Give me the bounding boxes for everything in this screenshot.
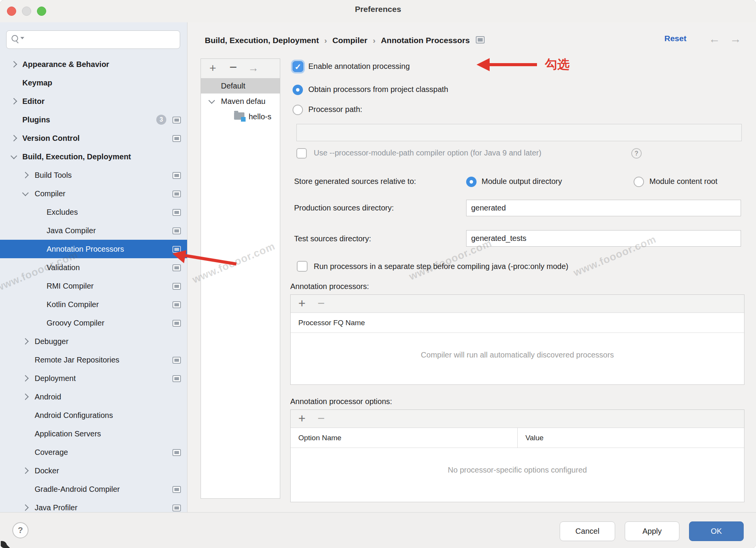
processor-module-path-checkbox[interactable] (296, 148, 307, 159)
run-separate-step-checkbox[interactable] (297, 261, 308, 272)
sidebar-item-excludes[interactable]: Excludes (0, 203, 187, 221)
remove-processor-button[interactable]: − (318, 296, 325, 311)
sidebar-item-label: Debugger (35, 332, 69, 351)
sidebar-item-label: Version Control (22, 129, 80, 147)
sidebar-item-plugins[interactable]: Plugins3 (0, 110, 187, 129)
sidebar-item-version-control[interactable]: Version Control (0, 129, 187, 147)
chevron-right-icon[interactable] (11, 61, 17, 68)
add-processor-button[interactable]: + (298, 296, 306, 311)
chevron-down-icon[interactable] (11, 153, 17, 159)
sidebar-item-docker[interactable]: Docker (0, 461, 187, 480)
sidebar-item-appearance-behavior[interactable]: Appearance & Behavior (0, 55, 187, 74)
plugins-count-badge: 3 (156, 115, 166, 125)
chevron-right-icon[interactable] (22, 394, 29, 400)
enable-annotation-processing-checkbox[interactable]: ✓ (293, 61, 303, 72)
sidebar-item-java-compiler[interactable]: Java Compiler (0, 221, 187, 240)
sidebar-item-editor[interactable]: Editor (0, 92, 187, 110)
sidebar-item-groovy-compiler[interactable]: Groovy Compiler (0, 314, 187, 332)
preferences-window: Preferences Appearance & BehaviorKeymapE… (0, 0, 756, 548)
options-table-empty-text: No processor-specific options configured (291, 466, 744, 474)
store-generated-sources-label: Store generated sources relative to: (294, 177, 416, 186)
sidebar-item-label: Gradle-Android Compiler (35, 480, 120, 498)
chevron-down-icon[interactable] (209, 97, 215, 104)
chevron-right-icon[interactable] (22, 172, 29, 179)
profile-label: Maven defau (221, 94, 266, 109)
ok-button[interactable]: OK (689, 521, 744, 541)
help-circle-icon[interactable]: ? (631, 148, 642, 159)
enable-annotation-processing-label[interactable]: Enable annotation processing (308, 62, 410, 71)
search-history-chevron-icon[interactable] (20, 37, 24, 39)
sidebar-item-application-servers[interactable]: Application Servers (0, 424, 187, 443)
processor-path-label[interactable]: Processor path: (308, 105, 362, 114)
profile-row-hello-s[interactable]: hello-s (201, 109, 280, 124)
monitor-icon (172, 209, 181, 216)
sidebar-item-label: Kotlin Compiler (47, 295, 99, 314)
apply-button[interactable]: Apply (625, 521, 679, 541)
sidebar-item-java-profiler[interactable]: Java Profiler (0, 498, 187, 513)
chevron-right-icon[interactable] (22, 468, 29, 474)
sidebar-item-label: Editor (22, 92, 45, 110)
chevron-right-icon[interactable] (22, 505, 29, 511)
chevron-down-icon[interactable] (22, 190, 29, 196)
remove-option-button[interactable]: − (318, 411, 325, 426)
monitor-icon (172, 227, 181, 234)
watermark-text: www.foooor.com (407, 237, 493, 283)
sidebar-item-label: Compiler (35, 184, 65, 203)
module-output-directory-radio[interactable] (466, 177, 477, 187)
remove-profile-button[interactable]: − (229, 59, 237, 78)
monitor-icon (172, 135, 181, 142)
help-button[interactable]: ? (12, 522, 28, 538)
processor-path-input[interactable] (296, 124, 742, 141)
breadcrumb-item[interactable]: Compiler (332, 36, 367, 45)
obtain-processors-radio[interactable] (293, 85, 303, 95)
profile-row-maven-defau[interactable]: Maven defau (201, 94, 280, 109)
sidebar-item-build-tools[interactable]: Build Tools (0, 166, 187, 184)
sidebar-item-debugger[interactable]: Debugger (0, 332, 187, 351)
processors-table-header[interactable]: Processor FQ Name (291, 313, 744, 333)
monitor-icon (172, 320, 181, 327)
sidebar-item-coverage[interactable]: Coverage (0, 443, 187, 461)
profile-label: hello-s (249, 109, 271, 124)
sidebar-item-kotlin-compiler[interactable]: Kotlin Compiler (0, 295, 187, 314)
cancel-button[interactable]: Cancel (560, 521, 615, 541)
sidebar-item-keymap[interactable]: Keymap (0, 74, 187, 92)
sidebar-item-deployment[interactable]: Deployment (0, 369, 187, 388)
sidebar-item-gradle-android-compiler[interactable]: Gradle-Android Compiler (0, 480, 187, 498)
window-title: Preferences (0, 5, 756, 14)
module-content-root-label[interactable]: Module content root (649, 177, 718, 186)
monitor-icon (172, 117, 181, 124)
sidebar-item-label: RMI Compiler (47, 277, 94, 295)
monitor-icon (172, 375, 181, 382)
module-content-root-radio[interactable] (634, 177, 644, 187)
module-output-directory-label[interactable]: Module output directory (482, 177, 562, 186)
reset-link[interactable]: Reset (664, 34, 686, 43)
sidebar-item-annotation-processors[interactable]: Annotation Processors (0, 240, 187, 258)
profile-row-default[interactable]: Default (201, 78, 280, 94)
add-profile-button[interactable]: + (209, 59, 216, 78)
sidebar-item-remote-jar-repositories[interactable]: Remote Jar Repositories (0, 351, 187, 369)
settings-search-box[interactable] (6, 30, 180, 49)
chevron-right-icon[interactable] (11, 98, 17, 105)
monitor-icon (172, 283, 181, 290)
production-sources-input[interactable]: generated (466, 200, 741, 216)
move-to-profile-button[interactable]: → (248, 59, 259, 78)
sidebar-item-label: Java Compiler (47, 221, 96, 240)
forward-arrow-icon[interactable]: → (730, 32, 741, 45)
chevron-right-icon[interactable] (11, 135, 17, 142)
value-column-header[interactable]: Value (517, 428, 744, 448)
sidebar-item-compiler[interactable]: Compiler (0, 184, 187, 203)
breadcrumb-item[interactable]: Build, Execution, Deployment (205, 36, 319, 45)
sidebar-item-label: Plugins (22, 110, 50, 129)
test-sources-input[interactable]: generated_tests (466, 230, 741, 247)
add-option-button[interactable]: + (298, 411, 306, 426)
chevron-right-icon[interactable] (22, 375, 29, 382)
obtain-processors-label[interactable]: Obtain processors from project classpath (308, 85, 448, 94)
processor-path-radio[interactable] (293, 105, 303, 115)
sidebar-item-android[interactable]: Android (0, 388, 187, 406)
chevron-right-icon[interactable] (22, 338, 29, 345)
sidebar-item-label: Application Servers (35, 424, 101, 443)
sidebar-item-label: Build Tools (35, 166, 72, 184)
back-arrow-icon[interactable]: ← (709, 32, 720, 45)
sidebar-item-android-configurations[interactable]: Android Configurations (0, 406, 187, 424)
sidebar-item-build-execution-deployment[interactable]: Build, Execution, Deployment (0, 147, 187, 166)
